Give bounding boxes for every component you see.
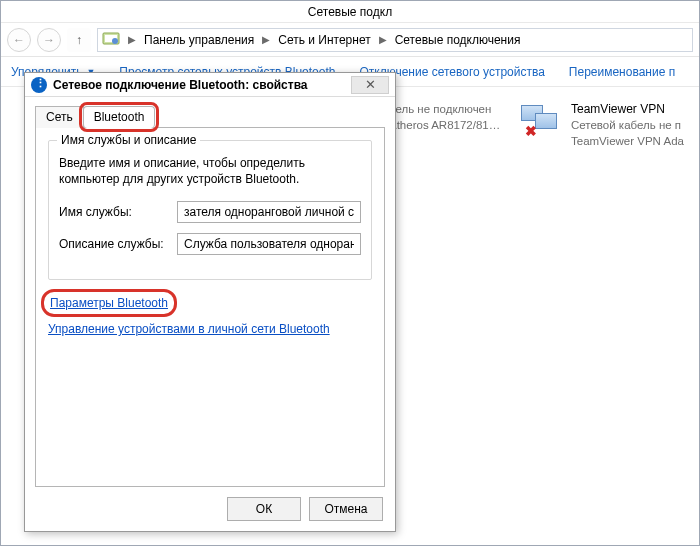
service-name-label: Имя службы: [59,205,169,219]
manage-pan-devices-link[interactable]: Управление устройствами в личной сети Bl… [48,322,330,336]
bluetooth-icon: ⋮ [31,77,47,93]
svg-point-2 [112,38,118,44]
group-legend: Имя службы и описание [57,133,200,147]
connection-status: бель не подключен [389,101,500,117]
forward-button[interactable]: → [37,28,61,52]
connection-item-teamviewer[interactable]: ✖ TeamViewer VPN Сетевой кабель не п Tea… [521,101,700,149]
connection-item-ethernet[interactable]: бель не подключен Atheros AR8172/81… [389,101,529,133]
bluetooth-properties-dialog: ⋮ Сетевое подключение Bluetooth: свойств… [24,72,396,532]
service-desc-label: Описание службы: [59,237,169,251]
service-desc-input[interactable] [177,233,361,255]
dialog-body: Сеть Bluetooth Имя службы и описание Вве… [25,97,395,487]
service-name-group: Имя службы и описание Введите имя и опис… [48,140,372,280]
nav-row: ← → ↑ ▶ Панель управления ▶ Сеть и Интер… [1,23,699,57]
control-panel-icon [102,30,120,49]
connection-adapter: TeamViewer VPN Ada [571,133,684,149]
tab-strip: Сеть Bluetooth [35,105,385,127]
network-adapter-icon: ✖ [521,101,563,137]
tab-bluetooth[interactable]: Bluetooth [83,106,156,128]
error-x-icon: ✖ [525,123,537,139]
connection-adapter: Atheros AR8172/81… [389,117,500,133]
ok-button[interactable]: ОК [227,497,301,521]
bluetooth-settings-link[interactable]: Параметры Bluetooth [48,296,170,310]
window-title: Сетевые подкл [1,1,699,23]
rename-connection[interactable]: Переименование п [569,65,675,79]
dialog-titlebar: ⋮ Сетевое подключение Bluetooth: свойств… [25,73,395,97]
address-bar[interactable]: ▶ Панель управления ▶ Сеть и Интернет ▶ … [97,28,693,52]
group-description: Введите имя и описание, чтобы определить… [59,155,361,187]
connection-name: TeamViewer VPN [571,101,684,117]
up-button[interactable]: ↑ [67,28,91,52]
chevron-right-icon: ▶ [126,34,138,45]
dialog-title: Сетевое подключение Bluetooth: свойства [53,78,308,92]
close-button[interactable]: ✕ [351,76,389,94]
service-name-input[interactable] [177,201,361,223]
back-button[interactable]: ← [7,28,31,52]
dialog-button-row: ОК Отмена [227,497,383,521]
tab-page-bluetooth: Имя службы и описание Введите имя и опис… [35,127,385,487]
chevron-right-icon: ▶ [260,34,272,45]
breadcrumb-item[interactable]: Сеть и Интернет [278,33,370,47]
cancel-button[interactable]: Отмена [309,497,383,521]
breadcrumb-item[interactable]: Сетевые подключения [395,33,521,47]
tab-network[interactable]: Сеть [35,106,84,128]
breadcrumb-item[interactable]: Панель управления [144,33,254,47]
connection-status: Сетевой кабель не п [571,117,684,133]
chevron-right-icon: ▶ [377,34,389,45]
